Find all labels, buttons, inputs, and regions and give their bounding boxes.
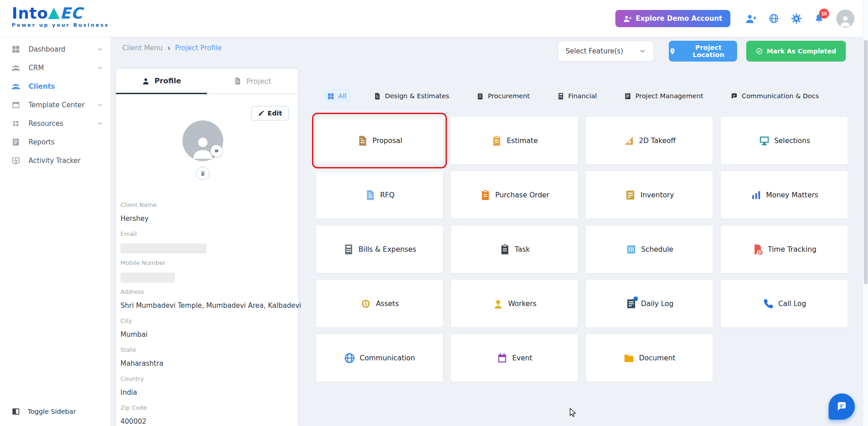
feature-card-estimate[interactable]: Estimate <box>451 116 578 165</box>
reports-doc-icon <box>11 138 20 147</box>
procurement-icon <box>476 92 484 100</box>
money-matters-icon <box>750 189 762 201</box>
inventory-icon <box>624 189 636 201</box>
field-value-state: Maharashtra <box>120 359 293 368</box>
page-scrollbar <box>863 0 868 426</box>
project-management-icon <box>624 92 632 100</box>
user-avatar[interactable] <box>836 10 854 28</box>
feature-card-workers[interactable]: Workers <box>451 279 578 328</box>
feature-card-label: Call Log <box>778 300 806 308</box>
feature-card-communication[interactable]: Communication <box>316 334 443 382</box>
feature-card-proposal[interactable]: Proposal <box>316 116 443 165</box>
feature-card-daily-log[interactable]: Daily Log <box>585 279 713 328</box>
project-location-label: Project Location <box>680 44 737 58</box>
feature-card-money-matters[interactable]: Money Matters <box>720 171 848 219</box>
tab-project-management[interactable]: Project Management <box>619 89 708 104</box>
chevron-down-icon <box>639 48 646 55</box>
feature-card-label: Task <box>515 245 530 254</box>
feature-card-task[interactable]: Task <box>451 225 578 273</box>
feature-card-document[interactable]: Document <box>585 334 713 382</box>
feature-card-call-log[interactable]: Call Log <box>720 279 848 328</box>
toggle-sidebar-button[interactable]: Toggle Sidebar <box>0 402 111 421</box>
logo-text-into: Into <box>12 4 48 22</box>
explore-demo-account-label: Explore Demo Account <box>636 14 722 23</box>
tab-label: Design & Estimates <box>385 92 449 100</box>
tab-label: All <box>338 92 346 100</box>
feature-card-selections[interactable]: Selections <box>720 116 848 165</box>
feature-card-purchase-order[interactable]: Purchase Order <box>451 171 578 219</box>
chevron-down-icon <box>97 46 103 53</box>
project-location-button[interactable]: Project Location <box>669 41 737 62</box>
app-header: IntoAEC Power up your Business Explore D… <box>0 0 868 37</box>
all-grid-icon <box>327 92 335 100</box>
tab-communication-docs[interactable]: Communication & Docs <box>726 89 823 104</box>
feature-card-rfq[interactable]: RFQ <box>316 171 443 219</box>
tab-project-label: Project <box>246 77 271 86</box>
sidebar-item-resources[interactable]: Resources <box>0 114 110 133</box>
sidebar-item-dashboard[interactable]: Dashboard <box>0 40 110 58</box>
explore-demo-account-button[interactable]: Explore Demo Account <box>615 10 730 27</box>
settings-button[interactable] <box>791 13 802 24</box>
feature-card-time-tracking[interactable]: Time Tracking <box>720 225 848 273</box>
chat-widget-button[interactable] <box>829 393 855 420</box>
check-badge-icon <box>756 48 763 55</box>
mouse-cursor <box>569 408 579 419</box>
tab-procurement[interactable]: Procurement <box>472 89 534 104</box>
assets-icon <box>360 298 372 310</box>
sidebar-item-label: Reports <box>29 138 55 146</box>
tab-design-estimates[interactable]: Design & Estimates <box>369 89 454 104</box>
tab-financial[interactable]: Financial <box>552 89 602 104</box>
feature-card-label: Selections <box>774 137 810 145</box>
project-doc-icon <box>234 77 242 85</box>
select-features-dropdown[interactable]: Select Feature(s) <box>558 41 654 62</box>
rfq-icon <box>364 189 376 201</box>
scrollbar-thumb[interactable] <box>864 40 868 284</box>
tab-all[interactable]: All <box>322 89 351 104</box>
feature-card-label: 2D Takeoff <box>639 137 676 145</box>
sidebar-item-crm[interactable]: CRM <box>0 58 110 77</box>
sidebar-item-clients[interactable]: Clients <box>0 77 110 96</box>
avatar-expand-button[interactable]: » <box>211 145 222 157</box>
tab-profile[interactable]: Profile <box>116 69 207 94</box>
feature-card-label: Document <box>639 354 675 362</box>
tab-label: Communication & Docs <box>742 92 819 100</box>
resources-nodes-icon <box>11 119 20 128</box>
feature-card-label: Workers <box>508 300 537 308</box>
app-logo[interactable]: IntoAEC Power up your Business <box>12 5 109 28</box>
feature-card-2d-takeoff[interactable]: 2D Takeoff <box>585 116 713 165</box>
breadcrumb-project-profile[interactable]: Project Profile <box>175 44 221 52</box>
feature-card-event[interactable]: Event <box>451 334 578 382</box>
edit-label: Edit <box>268 110 282 117</box>
chevron-down-icon <box>97 65 103 71</box>
field-value-zip-code: 400002 <box>120 417 293 426</box>
feature-card-schedule[interactable]: Schedule <box>585 225 713 273</box>
feature-card-label: Daily Log <box>641 300 674 308</box>
user-add-button[interactable] <box>746 13 757 24</box>
language-globe-button[interactable] <box>768 13 779 24</box>
sidebar-item-reports[interactable]: Reports <box>0 133 110 151</box>
tab-profile-label: Profile <box>154 77 181 85</box>
sidebar-item-template-center[interactable]: Template Center <box>0 96 110 114</box>
document-folder-icon <box>623 352 635 364</box>
map-pin-icon <box>669 48 676 55</box>
feature-card-bills-expenses[interactable]: Bills & Expenses <box>316 225 443 273</box>
mark-as-completed-button[interactable]: Mark As Completed <box>746 41 846 62</box>
edit-profile-button[interactable]: Edit <box>251 106 289 120</box>
tab-project[interactable]: Project <box>207 69 298 93</box>
breadcrumb-client-menu[interactable]: Client Menu <box>122 44 163 52</box>
feature-card-label: Communication <box>360 354 415 362</box>
person-icon <box>839 14 852 28</box>
bills-expenses-icon <box>343 244 355 255</box>
delete-avatar-button[interactable] <box>196 167 210 180</box>
logo-wordmark: IntoAEC <box>12 5 109 22</box>
field-label-mobile-number: Mobile Number <box>120 259 293 266</box>
notifications-button[interactable]: 10 <box>814 13 825 24</box>
financial-icon <box>557 92 565 100</box>
feature-card-assets[interactable]: Assets <box>316 279 443 328</box>
client-profile-panel: Profile Project Edit » Client Name Hersh… <box>116 69 298 426</box>
feature-card-inventory[interactable]: Inventory <box>585 171 713 219</box>
sidebar-item-activity-tracker[interactable]: Activity Tracker <box>0 151 110 170</box>
call-log-phone-icon <box>762 298 774 310</box>
daily-log-icon <box>625 298 637 310</box>
dashboard-grid-icon <box>11 45 20 54</box>
